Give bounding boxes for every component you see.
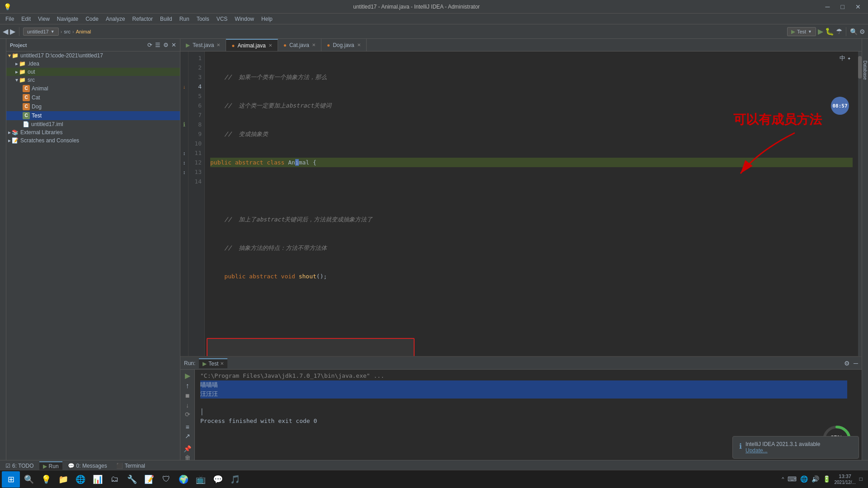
- taskbar-app10[interactable]: 💬: [210, 471, 226, 488]
- run-settings-icon[interactable]: ⚙: [844, 360, 850, 367]
- tab-test[interactable]: ▶ Test.java ✕: [180, 39, 226, 52]
- vscrollbar-thumb[interactable]: [858, 56, 862, 79]
- menu-run[interactable]: Run: [176, 15, 193, 23]
- run-button[interactable]: ▶: [818, 27, 823, 36]
- taskbar-app11[interactable]: 🎵: [227, 471, 243, 488]
- sidebar-collapse-icon[interactable]: ☰: [155, 42, 160, 48]
- menu-analyze[interactable]: Analyze: [102, 15, 129, 23]
- run-stop-button[interactable]: ■: [185, 392, 190, 400]
- run-config[interactable]: ▶ Test ▼: [787, 27, 816, 36]
- taskbar-intellij[interactable]: 💡: [38, 471, 54, 488]
- menu-view[interactable]: View: [34, 15, 53, 23]
- taskbar-app8[interactable]: 🌍: [175, 471, 192, 488]
- menu-build[interactable]: Build: [156, 15, 176, 23]
- toolbar-forward[interactable]: ▶: [10, 27, 15, 36]
- menu-window[interactable]: Window: [231, 15, 258, 23]
- notif-update-link[interactable]: Update...: [745, 447, 768, 454]
- keyboard-icon[interactable]: ⌨: [788, 475, 797, 483]
- tree-item-scratches[interactable]: ▸ 📝 Scratches and Consoles: [6, 136, 180, 145]
- tree-item-iml[interactable]: 📄 untitled17.iml: [6, 120, 180, 128]
- taskbar-right: ^ ⌨ 🌐 🔊 🔋 13:37 2021/12/... □: [782, 473, 866, 485]
- run-minimize-icon[interactable]: ─: [854, 360, 858, 367]
- tab-test-close[interactable]: ✕: [217, 42, 220, 47]
- menu-refactor[interactable]: Refactor: [129, 15, 156, 23]
- vscrollbar[interactable]: [858, 52, 862, 356]
- show-desktop-button[interactable]: □: [859, 476, 863, 482]
- tab-dog-close[interactable]: ✕: [357, 42, 361, 47]
- coverage-button[interactable]: ☂: [836, 27, 842, 36]
- sidebar-sync-icon[interactable]: ⟳: [147, 42, 152, 48]
- settings-button[interactable]: ⚙: [859, 28, 865, 35]
- taskbar-app5[interactable]: 🔧: [124, 471, 140, 488]
- database-label[interactable]: Database: [862, 57, 868, 84]
- tree-item-out[interactable]: ▸ 📁 out: [6, 68, 180, 76]
- run-play-button[interactable]: ▶: [185, 371, 190, 380]
- project-selector[interactable]: untitled17 ▼: [23, 28, 59, 36]
- gutter-7: [180, 110, 188, 120]
- tab-animal-close[interactable]: ✕: [269, 43, 272, 48]
- menu-navigate[interactable]: Navigate: [53, 15, 82, 23]
- run-label: Test: [797, 29, 806, 34]
- start-button[interactable]: ⊞: [2, 471, 20, 488]
- tree-item-cat[interactable]: C Cat: [6, 93, 180, 102]
- maximize-button[interactable]: □: [837, 2, 848, 11]
- code-content[interactable]: // 如果一个类有一个抽象方法，那么 // 这个类一定要加上abstract关键…: [205, 52, 858, 356]
- toolbar-sep1: [19, 27, 19, 36]
- taskbar-browser[interactable]: 🌐: [72, 471, 89, 488]
- clock[interactable]: 13:37 2021/12/...: [834, 473, 855, 485]
- sidebar-close-icon[interactable]: ✕: [171, 42, 176, 48]
- taskbar-app3[interactable]: 📊: [90, 471, 106, 488]
- tree-item-src[interactable]: ▾ 📁 src: [6, 76, 180, 84]
- network-icon[interactable]: 🌐: [800, 475, 808, 483]
- tree-item-label-dog: Dog: [32, 103, 42, 110]
- run-tab-close[interactable]: ✕: [220, 361, 224, 366]
- tab-dog[interactable]: ● Dog.java ✕: [321, 39, 367, 52]
- tray-expand-icon[interactable]: ^: [782, 476, 784, 482]
- taskbar-app7[interactable]: 🛡: [158, 471, 175, 488]
- volume-icon[interactable]: 🔊: [811, 475, 819, 483]
- toolbar-todo[interactable]: ☑ 6: TODO: [2, 462, 38, 470]
- run-restart-button[interactable]: ⟳: [185, 411, 190, 418]
- menu-vcs[interactable]: VCS: [213, 15, 231, 23]
- taskbar-file-manager[interactable]: 📁: [55, 471, 71, 488]
- menu-tools[interactable]: Tools: [193, 15, 213, 23]
- tab-dog-label: Dog.java: [333, 42, 354, 48]
- run-up-button[interactable]: ↑: [186, 382, 189, 390]
- toolbar-back[interactable]: ◀: [3, 27, 8, 36]
- battery-icon[interactable]: 🔋: [823, 475, 830, 483]
- tree-item-external[interactable]: ▸ 📚 External Libraries: [6, 128, 180, 136]
- toolbar-terminal[interactable]: ⬛ Terminal: [113, 462, 149, 470]
- taskbar-search[interactable]: 🔍: [21, 471, 37, 488]
- tree-item-root[interactable]: ▾ 📁 untitled17 D:\code-2021\untitled17: [6, 52, 180, 60]
- debug-button[interactable]: 🐛: [825, 27, 834, 36]
- menu-file[interactable]: File: [2, 15, 18, 23]
- menu-code[interactable]: Code: [82, 15, 102, 23]
- run-pin-button[interactable]: 📌: [184, 445, 191, 452]
- taskbar-app4[interactable]: 🗂: [107, 471, 123, 488]
- run-down-button[interactable]: ↓: [186, 402, 189, 409]
- tab-cat-close[interactable]: ✕: [312, 42, 316, 47]
- menu-help[interactable]: Help: [258, 15, 276, 23]
- menu-edit[interactable]: Edit: [18, 15, 34, 23]
- run-tab[interactable]: ▶ Test ✕: [199, 358, 227, 368]
- tree-item-animal[interactable]: C Animal: [6, 84, 180, 93]
- search-everywhere-button[interactable]: 🔍: [850, 28, 858, 35]
- toolbar-messages[interactable]: 💬 0: Messages: [64, 462, 111, 470]
- language-indicator: 中 ✦: [840, 53, 851, 63]
- taskbar-app6[interactable]: 📝: [141, 471, 157, 488]
- tab-cat[interactable]: ● Cat.java ✕: [278, 39, 321, 52]
- toolbar-run[interactable]: ▶ Run: [39, 461, 62, 470]
- taskbar-app9[interactable]: 📺: [193, 471, 209, 488]
- tree-item-dog[interactable]: C Dog: [6, 102, 180, 111]
- sidebar-settings-icon[interactable]: ⚙: [163, 42, 169, 48]
- tree-item-idea[interactable]: ▸ 📁 .idea: [6, 60, 180, 68]
- run-title: Run: ▶ Test ✕: [184, 358, 227, 368]
- ln-10: 10: [190, 139, 202, 148]
- tab-animal[interactable]: ● Animal.java ✕: [226, 39, 278, 52]
- run-export-button[interactable]: ↗: [185, 432, 190, 440]
- run-layout-button[interactable]: ≡: [185, 423, 189, 431]
- close-button[interactable]: ✕: [852, 2, 864, 11]
- tree-item-test[interactable]: C Test: [6, 111, 180, 120]
- run-trash-button[interactable]: 🗑: [184, 454, 191, 460]
- minimize-button[interactable]: ─: [822, 2, 834, 11]
